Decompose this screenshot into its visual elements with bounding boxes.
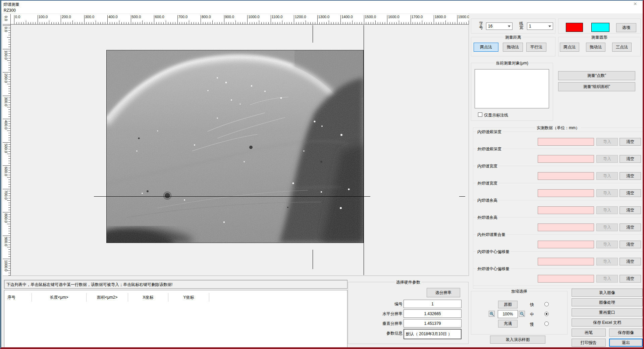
measured-value-field[interactable] — [538, 241, 594, 248]
options-button[interactable]: 选项 — [616, 23, 636, 32]
import-button[interactable]: 导入 — [596, 189, 618, 197]
measure-area-button[interactable]: 测量“组织面积” — [558, 82, 635, 91]
ruler-minor-tick — [186, 22, 187, 24]
distance-method-button[interactable]: 平行法 — [526, 43, 546, 52]
ruler-minor-tick — [291, 22, 292, 24]
measured-row-label: 外焊缝余高 — [476, 215, 499, 220]
import-button[interactable]: 导入 — [596, 206, 618, 214]
hardware-field-value[interactable]: 1 — [404, 300, 462, 308]
hardware-field-value[interactable]: 1.432665 — [404, 309, 462, 318]
primary-color-swatch[interactable] — [566, 23, 583, 32]
measured-value-field[interactable] — [538, 258, 594, 265]
show-annotation-only-checkbox[interactable] — [478, 112, 482, 117]
exit-button[interactable]: 退出 — [609, 339, 643, 347]
ruler-minor-tick — [110, 22, 110, 24]
color-options-group: 选项 — [558, 18, 641, 34]
action-button[interactable]: 画笔 — [572, 329, 606, 337]
chevron-down-icon[interactable] — [506, 26, 512, 27]
hardware-field-value[interactable]: 默认（ 2018年3月10日 ） — [404, 329, 462, 339]
clear-button[interactable]: 清空 — [620, 258, 641, 265]
ruler-minor-tick — [8, 231, 11, 231]
load-demo-button[interactable]: 装入演示样图 — [490, 336, 545, 344]
ruler-minor-tick — [126, 22, 126, 24]
measured-value-field[interactable] — [538, 138, 594, 146]
clear-button[interactable]: 清空 — [620, 189, 641, 197]
speed-radio[interactable] — [544, 321, 549, 326]
vruler-label: 900.0 — [4, 237, 8, 246]
hardware-field-value[interactable]: 1.451379 — [404, 319, 462, 328]
fit-button[interactable]: 充满 — [498, 320, 518, 328]
clear-button[interactable]: 清空 — [620, 138, 641, 146]
clear-button[interactable]: 清空 — [620, 275, 641, 283]
menu-item-rz300[interactable]: RZ300 — [4, 8, 16, 13]
table-column-header[interactable]: 长度<μm> — [32, 293, 87, 302]
measured-value-field[interactable] — [538, 189, 594, 197]
hardware-field-label: 垂直分辨率 — [362, 321, 402, 327]
import-button[interactable]: 导入 — [596, 223, 618, 231]
measured-value-field[interactable] — [538, 223, 594, 231]
ruler-minor-tick — [289, 22, 289, 24]
font-size-select[interactable]: 16 — [486, 22, 513, 30]
import-button[interactable]: 导入 — [596, 138, 618, 146]
zoom-out-icon[interactable] — [519, 311, 525, 317]
action-button[interactable]: 保存图像 — [609, 329, 643, 337]
font-line-group: 字号 16 线宽 1 — [471, 18, 555, 34]
import-button[interactable]: 导入 — [596, 275, 618, 283]
clear-button[interactable]: 清空 — [620, 155, 641, 163]
ruler-minor-tick — [8, 161, 11, 161]
ruler-major-tick — [61, 15, 61, 24]
measured-value-field[interactable] — [538, 275, 594, 283]
circle-method-button[interactable]: 拖动法 — [586, 43, 605, 52]
ruler-minor-tick — [8, 158, 11, 159]
close-icon[interactable]: ✕ — [632, 1, 639, 7]
chevron-down-icon[interactable] — [547, 26, 553, 27]
measured-value-field[interactable] — [538, 172, 594, 180]
ruler-minor-tick — [345, 22, 345, 24]
measure-points-button[interactable]: 测量“点数” — [558, 71, 635, 80]
ruler-minor-tick — [438, 22, 439, 24]
ruler-major-tick — [14, 15, 14, 24]
table-column-header[interactable]: 序号 — [4, 293, 32, 302]
ruler-minor-tick — [8, 273, 11, 273]
circle-method-button[interactable]: 两点法 — [560, 43, 579, 52]
table-column-header[interactable]: 面积<μm2> — [87, 293, 128, 302]
measured-value-field[interactable] — [538, 206, 594, 214]
secondary-color-swatch[interactable] — [591, 23, 609, 32]
weld-micrograph-image[interactable] — [106, 50, 364, 243]
action-button[interactable]: 装入图像 — [572, 289, 643, 297]
clear-button[interactable]: 清空 — [620, 206, 641, 214]
ruler-minor-tick — [436, 22, 436, 24]
measured-value-field[interactable] — [538, 155, 594, 163]
distance-method-button[interactable]: 两点法 — [474, 43, 498, 52]
import-button[interactable]: 导入 — [596, 172, 618, 180]
zoom-percent-field[interactable]: 100% — [498, 310, 518, 318]
ruler-minor-tick — [175, 22, 175, 24]
line-width-select[interactable]: 1 — [527, 22, 553, 30]
select-resolution-button[interactable]: 选分辨率 — [427, 288, 460, 297]
original-size-button[interactable]: 原图 — [498, 301, 518, 308]
results-table[interactable]: 序号长度<μm>面积<μm2>X坐标Y坐标 — [4, 290, 347, 348]
ruler-minor-tick — [8, 35, 11, 35]
distance-method-button[interactable]: 拖动法 — [503, 43, 523, 52]
ruler-minor-tick — [280, 22, 280, 24]
action-button[interactable]: 保存 Excel 文档 — [572, 318, 643, 327]
table-column-header[interactable]: X坐标 — [128, 293, 168, 302]
clear-button[interactable]: 清空 — [620, 172, 641, 180]
speed-radio[interactable] — [544, 312, 549, 316]
current-object-listbox[interactable] — [475, 69, 549, 108]
ruler-minor-tick — [8, 252, 11, 252]
clear-button[interactable]: 清空 — [620, 223, 641, 231]
import-button[interactable]: 导入 — [596, 241, 618, 248]
import-button[interactable]: 导入 — [596, 258, 618, 265]
action-button[interactable]: 图像处理 — [572, 298, 643, 306]
clear-button[interactable]: 清空 — [620, 241, 641, 248]
action-button[interactable]: 重画窗口 — [572, 308, 643, 316]
import-button[interactable]: 导入 — [596, 155, 618, 163]
circle-method-button[interactable]: 三点法 — [612, 43, 632, 52]
action-button[interactable]: 打印报告 — [572, 339, 606, 347]
zoom-in-icon[interactable] — [489, 311, 495, 317]
table-column-header[interactable]: Y坐标 — [168, 293, 209, 302]
hruler-label: 1000.0 — [248, 15, 260, 19]
ruler-minor-tick — [8, 175, 11, 175]
speed-radio[interactable] — [544, 302, 549, 306]
